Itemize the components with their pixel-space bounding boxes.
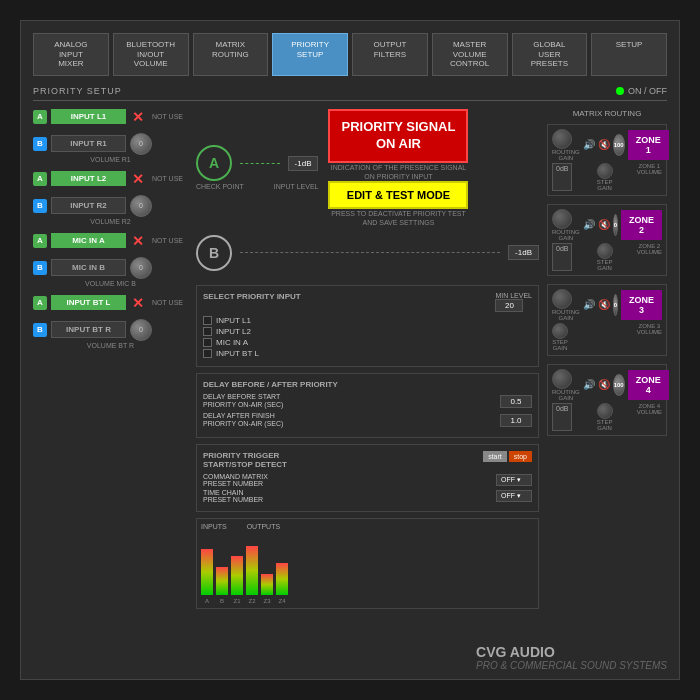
input-btr[interactable]: INPUT BT R xyxy=(51,321,126,338)
input-l2[interactable]: INPUT L2 xyxy=(51,171,126,186)
sp-items: INPUT L1 INPUT L2 MIC IN A INPUT BT L xyxy=(203,316,532,358)
label-a-btl: A xyxy=(33,296,47,310)
zone3-mute-icon[interactable]: 🔇 xyxy=(598,299,610,310)
zone4-vol-knob[interactable]: 100 xyxy=(613,374,625,396)
meter-a: A xyxy=(201,534,213,604)
checkpoint-btn-b[interactable]: B xyxy=(196,235,232,271)
nav-setup[interactable]: SETUP xyxy=(591,33,667,76)
level-box-a[interactable]: -1dB xyxy=(288,156,319,171)
priority-line2: ON AIR xyxy=(376,136,421,151)
zone1-routing-knob[interactable] xyxy=(552,129,572,149)
sp-min-value[interactable]: 20 xyxy=(495,299,523,312)
delay-input-2[interactable]: 1.0 xyxy=(500,414,532,427)
knob-r1[interactable]: 0 xyxy=(130,133,152,155)
input-r1[interactable]: INPUT R1 xyxy=(51,135,126,152)
on-off-indicator[interactable]: ON / OFF xyxy=(616,86,667,96)
x-btn-l1[interactable]: ✕ xyxy=(130,109,146,125)
zone1-vol-knob[interactable]: 100 xyxy=(613,134,625,156)
zone3-vol-knob[interactable]: 0 xyxy=(613,294,618,316)
input-micb[interactable]: MIC IN B xyxy=(51,259,126,276)
priority-signal: PRIORITY SIGNAL ON AIR xyxy=(328,109,468,163)
cvg-tagline: PRO & COMMERCIAL SOUND SYSTEMS xyxy=(476,660,667,671)
zone2-speaker-icon[interactable]: 🔊 xyxy=(583,219,595,230)
zone3-routing-label: ROUTINGGAIN xyxy=(552,309,580,321)
stop-btn[interactable]: stop xyxy=(509,451,532,462)
cmd-dropdown-1[interactable]: OFF ▾ xyxy=(496,474,532,486)
zone4-mute-icon[interactable]: 🔇 xyxy=(598,379,610,390)
zone4-routing-knob[interactable] xyxy=(552,369,572,389)
knob-r2[interactable]: 0 xyxy=(130,195,152,217)
label-a-l2: A xyxy=(33,172,47,186)
zone3-speaker-icon[interactable]: 🔊 xyxy=(583,299,595,310)
cmd-dropdown-2[interactable]: OFF ▾ xyxy=(496,490,532,502)
zone2-step-label: STEPGAIN xyxy=(597,259,613,271)
zone2-btn[interactable]: ZONE 2 xyxy=(621,210,662,240)
cmd-label-1: COMMAND MATRIXPRESET NUMBER xyxy=(203,473,268,487)
zone2-mute-icon[interactable]: 🔇 xyxy=(598,219,610,230)
x-btn-mica[interactable]: ✕ xyxy=(130,233,146,249)
input-mica[interactable]: MIC IN A xyxy=(51,233,126,248)
zone1-mute-icon[interactable]: 🔇 xyxy=(598,139,610,150)
zone2-vol-knob[interactable]: 0 xyxy=(613,214,618,236)
zone1-btn[interactable]: ZONE 1 xyxy=(628,130,669,160)
meter-z4: Z4 xyxy=(276,534,288,604)
knob-btr[interactable]: 0 xyxy=(130,319,152,341)
zone1-speaker-icon[interactable]: 🔊 xyxy=(583,139,595,150)
edit-test-mode-btn[interactable]: EDIT & TEST MODE xyxy=(328,181,468,209)
zone3-routing-knob[interactable] xyxy=(552,289,572,309)
sp-check-2[interactable] xyxy=(203,327,212,336)
nav-matrix[interactable]: MATRIXROUTING xyxy=(193,33,269,76)
zone3-step-label: STEPGAIN xyxy=(552,339,568,351)
delay-input-1[interactable]: 0.5 xyxy=(500,395,532,408)
deactivate-text: PRESS TO DEACTIVATE PRIORITY TESTAND SAV… xyxy=(328,209,468,227)
zone3-step-knob[interactable] xyxy=(552,323,568,339)
nav-output[interactable]: OUTPUTFILTERS xyxy=(352,33,428,76)
main-container: ANALOGINPUTMIXER BLUETOOTHIN/OUTVOLUME M… xyxy=(20,20,680,680)
level-indicators: INPUTS OUTPUTS A B Z1 xyxy=(196,518,539,609)
input-r2[interactable]: INPUT R2 xyxy=(51,197,126,214)
nav-priority[interactable]: PRIORITYSETUP xyxy=(272,33,348,76)
sp-item-3: MIC IN A xyxy=(203,338,532,347)
nav-master[interactable]: MASTERVOLUMECONTROL xyxy=(432,33,508,76)
zone2-routing-knob[interactable] xyxy=(552,209,572,229)
sp-check-3[interactable] xyxy=(203,338,212,347)
input-group-r2: B INPUT R2 0 VOLUME R2 xyxy=(33,195,188,225)
li-header: INPUTS OUTPUTS xyxy=(201,523,534,530)
li-inputs: INPUTS xyxy=(201,523,227,530)
sp-check-4[interactable] xyxy=(203,349,212,358)
zone1-step-knob[interactable] xyxy=(597,163,613,179)
sp-check-1[interactable] xyxy=(203,316,212,325)
vol-label-btr: VOLUME BT R xyxy=(33,342,188,349)
meter-label-z3: Z3 xyxy=(261,598,273,604)
zone3-controls: ROUTINGGAIN 🔊 🔇 0 ZONE 3 STEPGAIN ZONE 3… xyxy=(547,284,667,356)
indication-text: INDICATION OF THE PRESENCE SIGNALON PRIO… xyxy=(328,163,468,181)
nav-analog[interactable]: ANALOGINPUTMIXER xyxy=(33,33,109,76)
zone4-btn[interactable]: ZONE 4 xyxy=(628,370,669,400)
label-b-r1: B xyxy=(33,137,47,151)
zone3-btn[interactable]: ZONE 3 xyxy=(621,290,662,320)
cvg-logo: CVG AUDIO PRO & COMMERCIAL SOUND SYSTEMS xyxy=(476,644,667,671)
zone4-step-knob[interactable] xyxy=(597,403,613,419)
nav-bluetooth[interactable]: BLUETOOTHIN/OUTVOLUME xyxy=(113,33,189,76)
level-box-b[interactable]: -1dB xyxy=(508,245,539,260)
meter-b: B xyxy=(216,534,228,604)
select-priority-section: SELECT PRIORITY INPUT MIN LEVEL 20 INPUT… xyxy=(196,285,539,367)
meter-z2: Z2 xyxy=(246,534,258,604)
zone1-row: ROUTINGGAIN 🔊 🔇 100 ZONE 1 xyxy=(552,129,662,161)
meter-label-z1: Z1 xyxy=(231,598,243,604)
input-btl[interactable]: INPUT BT L xyxy=(51,295,126,310)
start-btn[interactable]: start xyxy=(483,451,507,462)
knob-micb[interactable]: 0 xyxy=(130,257,152,279)
x-btn-btl[interactable]: ✕ xyxy=(130,295,146,311)
zone2-step-knob[interactable] xyxy=(597,243,613,259)
delay-title: DELAY BEFORE / AFTER PRIORITY xyxy=(203,380,532,389)
input-l1[interactable]: INPUT L1 xyxy=(51,109,126,124)
zone2-vol-label: ZONE 2VOLUME xyxy=(637,243,662,271)
x-btn-l2[interactable]: ✕ xyxy=(130,171,146,187)
checkpoint-btn-a[interactable]: A xyxy=(196,145,232,181)
sp-label-4: INPUT BT L xyxy=(216,349,259,358)
zone3-row: ROUTINGGAIN 🔊 🔇 0 ZONE 3 xyxy=(552,289,662,321)
nav-presets[interactable]: GLOBALUSERPRESETS xyxy=(512,33,588,76)
zone4-speaker-icon[interactable]: 🔊 xyxy=(583,379,595,390)
zone1-routing: ROUTINGGAIN 🔊 🔇 xyxy=(552,129,610,161)
